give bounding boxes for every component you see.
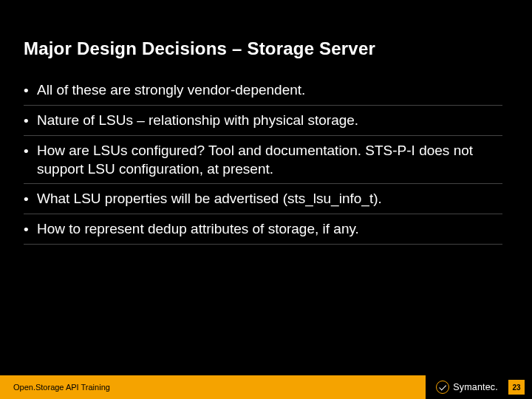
list-item-text: All of these are strongly vendor-depende…: [37, 81, 502, 99]
bullet-icon: •: [24, 81, 37, 100]
slide-title: Major Design Decisions – Storage Server: [24, 38, 508, 59]
list-item-text: How are LSUs configured? Tool and docume…: [37, 141, 502, 178]
bullet-icon: •: [24, 219, 37, 239]
list-item-text: What LSU properties will be advertised (…: [37, 189, 502, 208]
brand-name: Symantec.: [453, 382, 498, 392]
bullet-icon: •: [24, 141, 37, 160]
footer: Open.Storage API Training Symantec. 23: [0, 375, 532, 399]
footer-label: Open.Storage API Training: [0, 375, 426, 399]
bullet-icon: •: [24, 189, 37, 208]
page-number-badge: 23: [508, 380, 525, 395]
list-item: • How to represent dedup attributes of s…: [24, 214, 502, 245]
brand-logo: Symantec.: [436, 381, 498, 394]
list-item: • What LSU properties will be advertised…: [24, 184, 502, 214]
check-circle-icon: [436, 381, 449, 394]
list-item: • Nature of LSUs – relationship with phy…: [24, 106, 502, 136]
slide: Major Design Decisions – Storage Server …: [0, 0, 532, 399]
list-item: • All of these are strongly vendor-depen…: [24, 75, 502, 106]
list-item: • How are LSUs configured? Tool and docu…: [24, 136, 502, 184]
footer-right: Symantec. 23: [426, 375, 532, 399]
list-item-text: How to represent dedup attributes of sto…: [37, 219, 502, 238]
bullet-icon: •: [24, 111, 37, 130]
list-item-text: Nature of LSUs – relationship with physi…: [37, 111, 502, 129]
bullet-list: • All of these are strongly vendor-depen…: [24, 75, 502, 245]
